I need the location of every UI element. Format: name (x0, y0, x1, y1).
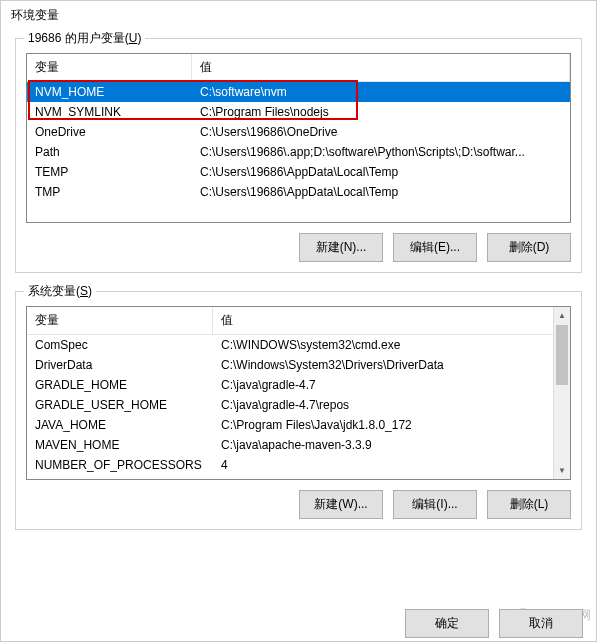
user-vars-body: NVM_HOMEC:\software\nvmNVM_SYMLINKC:\Pro… (27, 82, 570, 202)
window-title: 环境变量 (1, 1, 596, 30)
var-value-cell: C:\Users\19686\AppData\Local\Temp (192, 164, 570, 180)
var-name-cell: ComSpec (27, 337, 213, 353)
scroll-down-arrow[interactable]: ▼ (554, 462, 570, 479)
sys-vars-label-text: 系统变量 (28, 284, 76, 298)
user-delete-button[interactable]: 删除(D) (487, 233, 571, 262)
dialog-buttons: 确定 取消 (405, 609, 583, 638)
var-value-cell: C:\Users\19686\.app;D:\software\Python\S… (192, 144, 570, 160)
table-row[interactable]: NUMBER_OF_PROCESSORS4 (27, 455, 570, 475)
var-value-cell: C:\software\nvm (192, 84, 570, 100)
sys-new-button[interactable]: 新建(W)... (299, 490, 383, 519)
scroll-up-arrow[interactable]: ▲ (554, 307, 570, 324)
table-row[interactable]: PathC:\Users\19686\.app;D:\software\Pyth… (27, 142, 570, 162)
env-vars-window: 环境变量 19686 的用户变量(U) 变量 值 NVM_HOMEC:\soft… (0, 0, 597, 642)
var-value-cell: C:\Windows\System32\Drivers\DriverData (213, 357, 570, 373)
table-row[interactable]: DriverDataC:\Windows\System32\Drivers\Dr… (27, 355, 570, 375)
scroll-thumb[interactable] (556, 325, 568, 385)
sys-vars-body: ComSpecC:\WINDOWS\system32\cmd.exeDriver… (27, 335, 570, 475)
sys-edit-button[interactable]: 编辑(I)... (393, 490, 477, 519)
var-value-cell: C:\Users\19686\AppData\Local\Temp (192, 184, 570, 200)
sys-scrollbar[interactable]: ▲ ▼ (553, 307, 570, 479)
user-vars-hotkey: U (129, 31, 138, 45)
var-name-cell: GRADLE_HOME (27, 377, 213, 393)
user-new-button[interactable]: 新建(N)... (299, 233, 383, 262)
table-row[interactable]: TEMPC:\Users\19686\AppData\Local\Temp (27, 162, 570, 182)
user-edit-button[interactable]: 编辑(E)... (393, 233, 477, 262)
table-row[interactable]: TMPC:\Users\19686\AppData\Local\Temp (27, 182, 570, 202)
var-value-cell: C:\Users\19686\OneDrive (192, 124, 570, 140)
sys-vars-hotkey: S (80, 284, 88, 298)
sys-vars-label: 系统变量(S) (24, 283, 96, 300)
table-row[interactable]: NVM_HOMEC:\software\nvm (27, 82, 570, 102)
var-value-cell: C:\java\gradle-4.7\repos (213, 397, 570, 413)
var-name-cell: OneDrive (27, 124, 192, 140)
var-value-cell: C:\WINDOWS\system32\cmd.exe (213, 337, 570, 353)
user-vars-buttons: 新建(N)... 编辑(E)... 删除(D) (26, 233, 571, 262)
cancel-button[interactable]: 取消 (499, 609, 583, 638)
var-name-cell: TMP (27, 184, 192, 200)
sys-vars-group: 系统变量(S) 变量 值 ComSpecC:\WINDOWS\system32\… (15, 291, 582, 530)
sys-vars-list[interactable]: 变量 值 ComSpecC:\WINDOWS\system32\cmd.exeD… (26, 306, 571, 480)
ok-button[interactable]: 确定 (405, 609, 489, 638)
user-vars-label-text: 19686 的用户变量 (28, 31, 125, 45)
var-value-cell: C:\Program Files\Java\jdk1.8.0_172 (213, 417, 570, 433)
user-vars-header[interactable]: 变量 值 (27, 54, 570, 82)
table-row[interactable]: GRADLE_USER_HOMEC:\java\gradle-4.7\repos (27, 395, 570, 415)
table-row[interactable]: ComSpecC:\WINDOWS\system32\cmd.exe (27, 335, 570, 355)
var-value-cell: 4 (213, 457, 570, 473)
col-value[interactable]: 值 (192, 54, 570, 81)
var-name-cell: DriverData (27, 357, 213, 373)
user-vars-label: 19686 的用户变量(U) (24, 30, 145, 47)
table-row[interactable]: NVM_SYMLINKC:\Program Files\nodejs (27, 102, 570, 122)
sys-vars-buttons: 新建(W)... 编辑(I)... 删除(L) (26, 490, 571, 519)
user-vars-group: 19686 的用户变量(U) 变量 值 NVM_HOMEC:\software\… (15, 38, 582, 273)
var-name-cell: JAVA_HOME (27, 417, 213, 433)
var-name-cell: Path (27, 144, 192, 160)
var-name-cell: TEMP (27, 164, 192, 180)
var-name-cell: GRADLE_USER_HOME (27, 397, 213, 413)
var-name-cell: MAVEN_HOME (27, 437, 213, 453)
var-name-cell: NUMBER_OF_PROCESSORS (27, 457, 213, 473)
user-vars-list[interactable]: 变量 值 NVM_HOMEC:\software\nvmNVM_SYMLINKC… (26, 53, 571, 223)
var-value-cell: C:\Program Files\nodejs (192, 104, 570, 120)
table-row[interactable]: GRADLE_HOMEC:\java\gradle-4.7 (27, 375, 570, 395)
var-value-cell: C:\java\gradle-4.7 (213, 377, 570, 393)
table-row[interactable]: JAVA_HOMEC:\Program Files\Java\jdk1.8.0_… (27, 415, 570, 435)
content-area: 19686 的用户变量(U) 变量 值 NVM_HOMEC:\software\… (1, 30, 596, 530)
table-row[interactable]: OneDriveC:\Users\19686\OneDrive (27, 122, 570, 142)
var-name-cell: NVM_HOME (27, 84, 192, 100)
col-variable[interactable]: 变量 (27, 54, 192, 81)
var-value-cell: C:\java\apache-maven-3.3.9 (213, 437, 570, 453)
var-name-cell: NVM_SYMLINK (27, 104, 192, 120)
col-value[interactable]: 值 (213, 307, 570, 334)
sys-delete-button[interactable]: 删除(L) (487, 490, 571, 519)
table-row[interactable]: MAVEN_HOMEC:\java\apache-maven-3.3.9 (27, 435, 570, 455)
sys-vars-header[interactable]: 变量 值 (27, 307, 570, 335)
col-variable[interactable]: 变量 (27, 307, 213, 334)
